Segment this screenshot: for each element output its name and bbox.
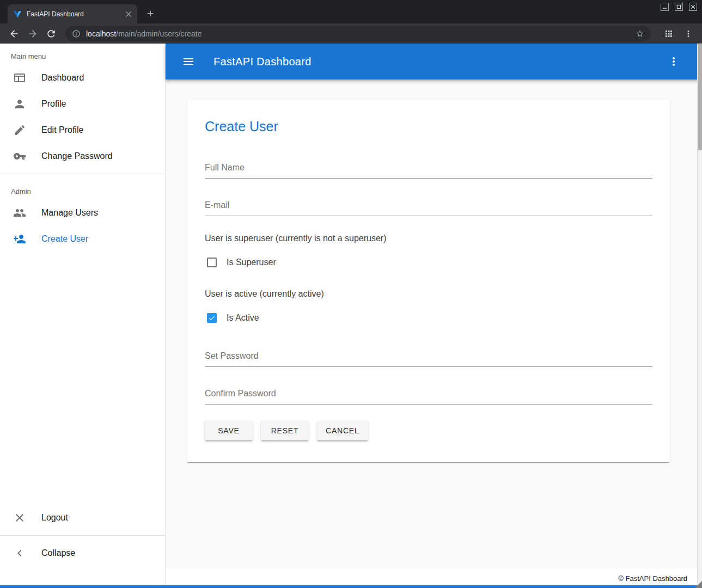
is-superuser-label[interactable]: Is Superuser — [227, 258, 276, 267]
is-active-label[interactable]: Is Active — [227, 313, 259, 323]
sidebar-item-dashboard[interactable]: Dashboard — [0, 65, 165, 91]
content-area: Create User User is superuser (currently… — [166, 79, 702, 568]
url-text: localhost/main/admin/users/create — [86, 29, 634, 38]
person-icon — [13, 97, 26, 111]
sidebar-item-profile[interactable]: Profile — [0, 91, 165, 117]
confirm-password-field — [205, 389, 652, 405]
page: Main menu Dashboard Profile Edit Profile — [0, 44, 702, 588]
address-bar[interactable]: localhost/main/admin/users/create — [65, 26, 651, 41]
site-info-icon[interactable] — [72, 29, 81, 38]
reset-button[interactable]: RESET — [261, 421, 309, 440]
app-menu-button[interactable] — [664, 52, 683, 71]
vuetify-logo-icon — [13, 10, 22, 19]
tab-title: FastAPI Dashboard — [27, 10, 124, 18]
sidebar-section-admin: Admin — [0, 179, 165, 200]
extensions-button[interactable] — [662, 27, 676, 41]
nav-drawer-toggle-button[interactable] — [179, 52, 198, 71]
sidebar-item-edit-profile[interactable]: Edit Profile — [0, 117, 165, 143]
url-path: /main/admin/users/create — [116, 29, 202, 38]
star-icon — [636, 29, 644, 38]
forward-button[interactable] — [25, 26, 40, 41]
window-resize-grip — [695, 581, 702, 588]
sidebar-section-main-menu: Main menu — [0, 44, 165, 65]
sidebar-item-manage-users[interactable]: Manage Users — [0, 200, 165, 226]
set-password-field — [205, 351, 652, 367]
sidebar-item-label: Collapse — [41, 548, 75, 558]
kebab-menu-icon — [667, 55, 680, 68]
tab-strip: FastAPI Dashboard — [0, 0, 702, 23]
close-icon — [691, 4, 695, 9]
reload-button[interactable] — [44, 26, 59, 41]
email-input[interactable] — [205, 200, 652, 216]
active-hint: User is active (currently active) — [205, 289, 652, 299]
key-icon — [13, 150, 26, 163]
sidebar: Main menu Dashboard Profile Edit Profile — [0, 44, 166, 588]
pencil-icon — [13, 124, 26, 137]
sidebar-spacer — [0, 252, 165, 505]
sidebar-item-logout[interactable]: Logout — [0, 505, 165, 531]
sidebar-bottom-padding — [0, 566, 165, 588]
new-tab-button[interactable] — [143, 6, 158, 21]
page-title: Create User — [205, 119, 652, 134]
window-close-button[interactable] — [689, 3, 697, 11]
back-button[interactable] — [7, 26, 22, 41]
tab-close-icon[interactable] — [124, 10, 133, 19]
set-password-input[interactable] — [205, 351, 652, 367]
browser-toolbar: localhost/main/admin/users/create — [0, 23, 702, 44]
people-icon — [13, 206, 26, 219]
plus-icon — [145, 9, 155, 19]
window-minimize-button[interactable] — [661, 3, 669, 11]
minimize-icon — [662, 4, 667, 9]
sidebar-item-label: Profile — [41, 99, 66, 109]
url-host: localhost — [86, 29, 116, 38]
create-user-card: Create User User is superuser (currently… — [187, 100, 670, 462]
kebab-menu-icon — [683, 29, 693, 39]
reload-icon — [46, 28, 57, 39]
sidebar-divider — [0, 535, 165, 536]
scrollbar-thumb[interactable] — [698, 44, 702, 150]
bookmark-star-button[interactable] — [634, 28, 645, 39]
main-area: FastAPI Dashboard Create User User is su… — [166, 44, 702, 588]
close-icon — [13, 511, 26, 524]
forward-arrow-icon — [27, 28, 38, 39]
sidebar-item-create-user[interactable]: Create User — [0, 226, 165, 252]
back-arrow-icon — [9, 28, 20, 39]
app-bar: FastAPI Dashboard — [166, 44, 702, 79]
person-add-icon — [13, 232, 26, 246]
full-name-field — [205, 163, 652, 179]
window-controls — [661, 3, 697, 11]
maximize-icon — [676, 4, 681, 9]
sidebar-item-label: Edit Profile — [41, 125, 83, 135]
form-buttons: SAVE RESET CANCEL — [205, 421, 652, 440]
browser-tab[interactable]: FastAPI Dashboard — [8, 4, 137, 23]
extensions-icon — [664, 29, 674, 39]
dashboard-icon — [13, 71, 26, 84]
confirm-password-input[interactable] — [205, 389, 652, 405]
superuser-hint: User is superuser (currently is not a su… — [205, 234, 652, 243]
browser-menu-button[interactable] — [681, 27, 695, 41]
sidebar-divider — [0, 174, 165, 174]
window-maximize-button[interactable] — [675, 3, 683, 11]
app-title: FastAPI Dashboard — [213, 56, 664, 68]
chevron-left-icon — [13, 547, 26, 560]
page-scrollbar[interactable] — [697, 44, 702, 588]
hamburger-icon — [182, 55, 195, 68]
full-name-input[interactable] — [205, 163, 652, 179]
sidebar-item-label: Create User — [41, 234, 88, 244]
copyright-text: © FastAPI Dashboard — [618, 574, 687, 583]
footer-accent-bar — [0, 585, 697, 588]
is-superuser-checkbox[interactable] — [207, 258, 217, 267]
is-active-checkbox[interactable] — [207, 313, 217, 323]
sidebar-item-label: Dashboard — [41, 73, 84, 83]
sidebar-item-change-password[interactable]: Change Password — [0, 143, 165, 169]
sidebar-item-collapse[interactable]: Collapse — [0, 540, 165, 566]
sidebar-item-label: Manage Users — [41, 208, 98, 218]
cancel-button[interactable]: CANCEL — [317, 421, 368, 440]
check-icon — [208, 314, 216, 322]
browser-window: FastAPI Dashboard — [0, 0, 702, 588]
sidebar-item-label: Logout — [41, 513, 68, 523]
save-button[interactable]: SAVE — [205, 421, 253, 440]
superuser-checkbox-row: Is Superuser — [205, 258, 652, 267]
sidebar-item-label: Change Password — [41, 151, 113, 161]
active-checkbox-row: Is Active — [205, 313, 652, 323]
